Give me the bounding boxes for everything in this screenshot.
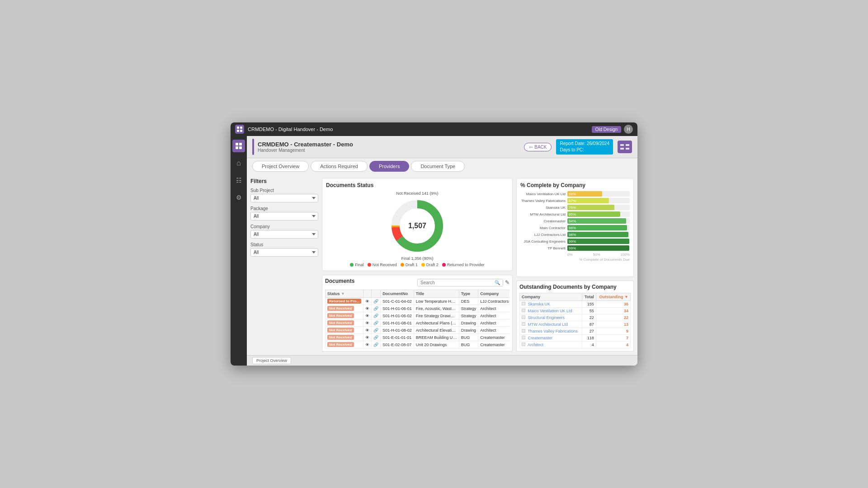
bar-fill: 85%	[567, 211, 620, 217]
tab-providers[interactable]: Providers	[369, 161, 409, 172]
company-name[interactable]: MTW Architectural Ltd	[528, 322, 568, 327]
filter-subproject-select[interactable]: All	[250, 194, 318, 202]
company-square	[522, 315, 525, 319]
company-name[interactable]: Architect	[528, 343, 543, 347]
outstanding-total: 87	[582, 321, 596, 328]
cell-icon-link[interactable]: 🔗	[372, 312, 381, 319]
filter-status-select[interactable]: All	[250, 248, 318, 257]
company-square	[522, 309, 525, 312]
donut-legend: Final Not Received Draft 1	[350, 263, 485, 267]
bar-fill: 94%	[567, 218, 626, 224]
table-row: Not Received 👁 🔗 S01-E-02-08-07 Unit 20 …	[326, 341, 510, 348]
project-title-block: CRMDEMO - Createmaster - Demo Handover M…	[258, 141, 353, 153]
tab-document-type[interactable]: Document Type	[411, 161, 465, 172]
filters-panel: Filters Sub Project All Package All	[250, 178, 318, 352]
table-row: Not Received 👁 🔗 S01-E-01-01-01 BREEAM B…	[326, 334, 510, 341]
cell-icon-link[interactable]: 🔗	[372, 305, 381, 312]
cell-status: Returned to Pro...	[326, 298, 363, 305]
outstanding-company[interactable]: MTW Architectural Ltd	[520, 321, 582, 328]
bar-chart: Maico Ventilation UK Ltd 56% Thames Vall…	[520, 191, 630, 251]
donut-center-value: 1,507	[408, 222, 426, 230]
sidebar-icon-settings[interactable]: ⚙	[232, 191, 245, 204]
svg-rect-4	[236, 143, 238, 145]
outstanding-company[interactable]: Maico Ventilation UK Ltd	[520, 308, 582, 314]
cell-icon-eye[interactable]: 👁	[363, 327, 372, 334]
cell-status: Not Received	[326, 327, 363, 334]
company-name[interactable]: Thames Valley Fabrications	[528, 329, 577, 333]
svg-rect-2	[237, 130, 239, 132]
legend-label-final: Final	[355, 263, 364, 267]
bar-chart-row: Thames Valley Fabrications 67%	[520, 198, 630, 203]
status-badge: Not Received	[327, 342, 354, 347]
outstanding-company[interactable]: Structural Engineers	[520, 314, 582, 321]
bar-company-label: Main Contractor	[520, 226, 566, 230]
bar-fill: 99%	[567, 239, 629, 244]
company-name[interactable]: Createmaster	[528, 336, 553, 340]
bar-fill: 96%	[567, 225, 627, 230]
back-button[interactable]: ⇦ BACK	[524, 143, 552, 151]
filter-package-select[interactable]: All	[250, 212, 318, 221]
cell-icon-link[interactable]: 🔗	[372, 327, 381, 334]
avatar[interactable]: H	[624, 125, 633, 134]
company-name[interactable]: Maico Ventilation UK Ltd	[528, 309, 572, 313]
edit-icon[interactable]: ✎	[505, 279, 509, 286]
cell-icon-eye[interactable]: 👁	[363, 334, 372, 341]
bar-track: 96%	[567, 225, 630, 230]
outstanding-company[interactable]: Thames Valley Fabrications	[520, 328, 582, 335]
tab-actions-required[interactable]: Actions Required	[311, 161, 368, 172]
outstanding-company[interactable]: Skanska UK	[520, 301, 582, 308]
company-square	[522, 322, 525, 326]
filter-status-label: Status	[250, 242, 318, 247]
bar-track: 75%	[567, 205, 630, 210]
bar-track: 98%	[567, 232, 630, 237]
outstanding-company[interactable]: Architect	[520, 342, 582, 348]
axis-100: 100%	[621, 253, 630, 257]
bar-fill: 67%	[567, 198, 609, 203]
svg-rect-1	[240, 127, 242, 129]
sidebar-icon-home[interactable]: ⌂	[232, 157, 245, 169]
cell-icon-link[interactable]: 🔗	[372, 319, 381, 327]
old-design-button[interactable]: Old Design	[592, 126, 621, 133]
outstanding-total: 55	[582, 308, 596, 314]
status-badge: Not Received	[327, 320, 354, 325]
col-status: Status ▼	[326, 290, 363, 298]
percent-complete-title: % Complete by Company	[520, 182, 630, 188]
cell-type: BUG	[459, 334, 478, 341]
col-title: Title	[414, 290, 459, 298]
filter-company-select[interactable]: All	[250, 230, 318, 239]
cell-icon-eye[interactable]: 👁	[363, 305, 372, 312]
bottom-tab-project-overview[interactable]: Project Overview	[252, 357, 291, 364]
company-square	[522, 336, 525, 339]
bar-chart-row: Createmaster 94%	[520, 218, 630, 224]
header-accent	[252, 139, 254, 155]
docs-table: Status ▼ DocumentNo Title Type Company	[325, 290, 509, 348]
outstanding-count: 4	[596, 342, 630, 348]
chart-note: % Complete of Documents Due	[520, 258, 630, 262]
bar-pct-label: 85%	[567, 212, 576, 216]
title-bar-left: CRMDEMO - Digital Handover - Demo	[235, 125, 333, 134]
search-box: 🔍	[417, 279, 503, 286]
bar-chart-row: Maico Ventilation UK Ltd 56%	[520, 191, 630, 197]
cell-docno: S01-C-01-04-02	[381, 298, 414, 305]
search-input[interactable]	[420, 280, 493, 285]
outstanding-section: Outstanding Documents by Company Company…	[516, 281, 634, 352]
cell-icon-eye[interactable]: 👁	[363, 298, 372, 305]
cell-icon-eye[interactable]: 👁	[363, 312, 372, 319]
donut-canvas: 1,507	[388, 197, 447, 255]
outstanding-col-total: Total	[582, 293, 596, 301]
tab-project-overview[interactable]: Project Overview	[252, 161, 309, 172]
title-bar-right: Old Design H	[592, 125, 633, 134]
svg-rect-0	[237, 127, 239, 129]
company-name[interactable]: Skanska UK	[528, 302, 551, 306]
sidebar-icon-grid[interactable]	[232, 140, 245, 152]
outstanding-count: 36	[596, 301, 630, 308]
cell-icon-eye[interactable]: 👁	[363, 319, 372, 327]
cell-icon-eye[interactable]: 👁	[363, 341, 372, 348]
outstanding-company[interactable]: Createmaster	[520, 335, 582, 342]
outstanding-table: Company Total Outstanding ▼ Skanska UK 1…	[519, 293, 631, 348]
company-name[interactable]: Structural Engineers	[528, 315, 565, 320]
cell-icon-link[interactable]: 🔗	[372, 298, 381, 305]
cell-icon-link[interactable]: 🔗	[372, 341, 381, 348]
sidebar-icon-grid2[interactable]: ☷	[232, 174, 245, 187]
cell-icon-link[interactable]: 🔗	[372, 334, 381, 341]
